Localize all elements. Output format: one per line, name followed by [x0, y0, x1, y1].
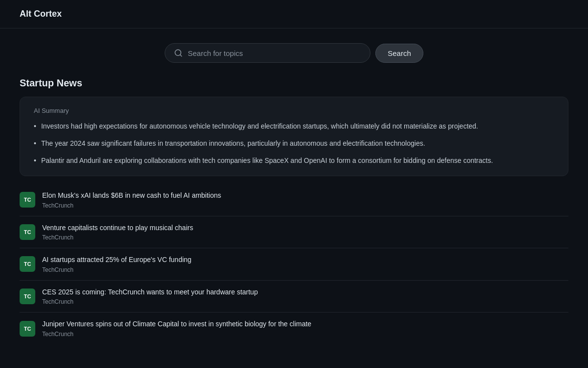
main-content: Startup News AI Summary Investors had hi…: [0, 73, 588, 354]
search-input[interactable]: [188, 49, 361, 57]
news-source: TechCrunch: [42, 266, 192, 273]
news-title: AI startups attracted 25% of Europe's VC…: [42, 255, 192, 265]
source-logo: TC: [20, 289, 35, 304]
news-item[interactable]: TC AI startups attracted 25% of Europe's…: [20, 248, 568, 281]
search-section: Search: [0, 28, 588, 73]
news-source: TechCrunch: [42, 331, 311, 338]
news-item[interactable]: TC Juniper Ventures spins out of Climate…: [20, 313, 568, 344]
svg-line-1: [180, 54, 182, 56]
source-logo: TC: [20, 224, 35, 240]
ai-summary-point-1: Investors had high expectations for auto…: [34, 121, 554, 131]
ai-summary-card: AI Summary Investors had high expectatio…: [20, 97, 568, 176]
news-text: Juniper Ventures spins out of Climate Ca…: [42, 319, 311, 338]
source-logo: TC: [20, 256, 35, 272]
ai-summary-label: AI Summary: [34, 107, 554, 114]
news-item[interactable]: TC Venture capitalists continue to play …: [20, 216, 568, 249]
header: Alt Cortex: [0, 0, 588, 28]
news-list: TC Elon Musk's xAI lands $6B in new cash…: [20, 184, 568, 344]
news-title: Juniper Ventures spins out of Climate Ca…: [42, 319, 311, 329]
news-title: CES 2025 is coming: TechCrunch wants to …: [42, 288, 258, 297]
news-text: CES 2025 is coming: TechCrunch wants to …: [42, 288, 258, 306]
search-icon: [174, 49, 183, 57]
source-logo: TC: [20, 321, 35, 337]
source-logo: TC: [20, 192, 35, 208]
search-button[interactable]: Search: [375, 44, 423, 63]
search-container: Search: [165, 43, 423, 63]
ai-summary-point-3: Palantir and Anduril are exploring colla…: [34, 156, 554, 166]
search-input-wrapper[interactable]: [165, 43, 370, 63]
ai-summary-point-2: The year 2024 saw significant failures i…: [34, 138, 554, 149]
news-text: Elon Musk's xAI lands $6B in new cash to…: [42, 191, 221, 209]
news-title: Elon Musk's xAI lands $6B in new cash to…: [42, 191, 221, 201]
news-item[interactable]: TC CES 2025 is coming: TechCrunch wants …: [20, 281, 568, 313]
logo: Alt Cortex: [20, 9, 62, 19]
section-title: Startup News: [20, 78, 568, 89]
news-text: Venture capitalists continue to play mus…: [42, 223, 193, 241]
news-source: TechCrunch: [42, 234, 193, 241]
news-source: TechCrunch: [42, 202, 221, 209]
news-source: TechCrunch: [42, 298, 258, 305]
news-text: AI startups attracted 25% of Europe's VC…: [42, 255, 192, 273]
news-title: Venture capitalists continue to play mus…: [42, 223, 193, 233]
ai-summary-list: Investors had high expectations for auto…: [34, 121, 554, 166]
news-item[interactable]: TC Elon Musk's xAI lands $6B in new cash…: [20, 184, 568, 216]
